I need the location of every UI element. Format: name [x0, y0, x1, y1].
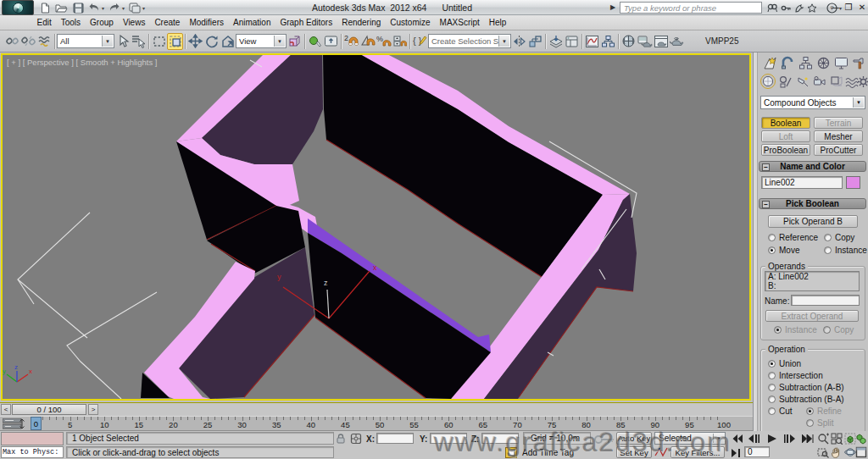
- menu-maxscript[interactable]: MAXScript: [435, 18, 484, 27]
- mirror-icon[interactable]: [511, 33, 527, 50]
- object-color-swatch[interactable]: [846, 176, 860, 189]
- radio-copy[interactable]: Copy: [824, 233, 854, 242]
- select-object-icon[interactable]: [114, 33, 131, 50]
- object-name-field[interactable]: Line002: [761, 176, 843, 189]
- menu-views[interactable]: Views: [118, 18, 150, 27]
- use-pivot-point-center-icon[interactable]: [287, 33, 303, 50]
- unlink-selection-icon[interactable]: [20, 33, 36, 50]
- application-menu-button[interactable]: [2, 0, 34, 15]
- radio-subtraction-ba[interactable]: Subtraction (B-A): [768, 395, 844, 404]
- category-dropdown[interactable]: Compound Objects▼: [760, 96, 865, 109]
- current-frame-marker[interactable]: 0: [31, 417, 42, 430]
- reference-coordinate-system-dropdown[interactable]: View▼: [236, 34, 287, 48]
- radio-refine[interactable]: Refine: [806, 406, 842, 416]
- selection-filter-dropdown[interactable]: All▼: [57, 34, 114, 48]
- dropdown-arrow-icon[interactable]: ▼: [853, 97, 864, 108]
- edit-named-selection-sets-icon[interactable]: { }: [412, 33, 428, 50]
- category-helpers[interactable]: [828, 74, 844, 90]
- dropdown-arrow-icon[interactable]: ▼: [102, 36, 113, 47]
- select-by-name-icon[interactable]: [131, 33, 147, 50]
- select-and-move-icon[interactable]: [187, 33, 203, 50]
- selection-lock-icon[interactable]: [336, 434, 346, 445]
- redo-icon[interactable]: ▾: [108, 3, 125, 13]
- radio-instance[interactable]: Instance: [824, 246, 867, 255]
- schematic-view-icon[interactable]: [600, 33, 616, 50]
- perspective-viewport[interactable]: x y z x y z [ + ] [ Perspective ] [ Smoo…: [1, 53, 751, 401]
- undo-dropdown-icon[interactable]: ▾: [102, 5, 104, 11]
- viewport-label[interactable]: [ + ] [ Perspective ] [ Smooth + Highlig…: [7, 58, 157, 67]
- radio-cut[interactable]: Cut: [768, 406, 793, 416]
- select-and-link-icon[interactable]: [4, 33, 20, 50]
- bind-to-space-warp-icon[interactable]: [36, 33, 53, 50]
- align-icon[interactable]: [527, 33, 543, 50]
- radio-reference[interactable]: Reference: [768, 233, 818, 242]
- menu-rendering[interactable]: Rendering: [337, 18, 386, 27]
- menu-create[interactable]: Create: [150, 18, 185, 27]
- menu-graph-editors[interactable]: Graph Editors: [275, 18, 337, 27]
- render-production-icon[interactable]: [669, 33, 685, 50]
- button-proboolean[interactable]: ProBoolean: [761, 144, 810, 156]
- macro-recorder-field[interactable]: [1, 432, 64, 445]
- previous-frame-arrow[interactable]: <: [1, 404, 11, 415]
- select-and-rotate-icon[interactable]: [203, 33, 220, 50]
- rollout-name-and-color[interactable]: −Name and Color: [759, 161, 866, 172]
- rollout-collapse-icon[interactable]: −: [762, 163, 770, 171]
- tab-utilities[interactable]: [851, 55, 867, 71]
- save-file-icon[interactable]: [73, 3, 84, 13]
- favorites-star-icon[interactable]: [806, 3, 817, 13]
- radio-intersection[interactable]: Intersection: [768, 371, 823, 380]
- maxscript-listener-field[interactable]: Max to Physc:: [1, 446, 64, 458]
- material-editor-icon[interactable]: [620, 33, 637, 50]
- next-frame-arrow[interactable]: >: [88, 404, 98, 415]
- menu-edit[interactable]: Edit: [32, 18, 56, 27]
- tab-create[interactable]: [762, 55, 778, 71]
- curve-editor-icon[interactable]: [584, 33, 600, 50]
- operands-list[interactable]: A: Line002 B:: [765, 271, 860, 291]
- window-crossing-toggle-icon[interactable]: [167, 33, 183, 50]
- infocenter-arrow-icon[interactable]: ▶: [610, 3, 615, 11]
- keyboard-shortcut-override-icon[interactable]: [323, 33, 339, 50]
- category-lights[interactable]: [794, 74, 810, 90]
- subscription-key-icon[interactable]: [780, 3, 791, 13]
- tab-modify[interactable]: [780, 55, 796, 71]
- close-button[interactable]: ✕: [858, 3, 866, 12]
- operand-name-field[interactable]: [791, 295, 860, 306]
- rollout-pick-boolean[interactable]: −Pick Boolean: [759, 198, 866, 209]
- radio-union[interactable]: Union: [768, 359, 801, 368]
- radio-extract-instance[interactable]: Instance: [774, 325, 817, 335]
- extract-operand-button[interactable]: Extract Operand: [765, 310, 859, 322]
- button-loft[interactable]: Loft: [761, 130, 810, 142]
- pick-operand-b-button[interactable]: Pick Operand B: [768, 215, 858, 228]
- spinner-snap-toggle-icon[interactable]: [392, 33, 408, 50]
- category-cameras[interactable]: [811, 74, 827, 90]
- rollout-collapse-icon[interactable]: −: [762, 201, 770, 208]
- category-geometry[interactable]: [760, 74, 776, 89]
- menu-customize[interactable]: Customize: [386, 18, 435, 27]
- dropdown-arrow-icon[interactable]: ▼: [498, 36, 509, 47]
- operand-a[interactable]: A: Line002: [768, 272, 809, 281]
- mini-curve-editor-icon[interactable]: [3, 418, 25, 429]
- tab-motion[interactable]: [815, 55, 832, 71]
- search-input[interactable]: Type a keyword or phrase: [620, 2, 762, 14]
- button-boolean[interactable]: Boolean: [761, 117, 810, 129]
- undo-icon[interactable]: ▾: [88, 3, 104, 13]
- button-terrain[interactable]: Terrain: [814, 117, 863, 129]
- menu-help[interactable]: Help: [484, 18, 511, 27]
- redo-dropdown-icon[interactable]: ▾: [122, 5, 125, 11]
- new-scene-icon[interactable]: [40, 3, 51, 13]
- absolute-mode-icon[interactable]: [350, 433, 362, 446]
- graphite-modeling-tools-icon[interactable]: [564, 33, 580, 50]
- menu-animation[interactable]: Animation: [228, 18, 275, 27]
- viewport-area[interactable]: x y z x y z [ + ] [ Perspective ] [ Smoo…: [0, 53, 753, 402]
- named-selection-sets-dropdown[interactable]: Create Selection Se▼: [428, 34, 511, 48]
- restore-button[interactable]: ❐: [844, 3, 853, 12]
- select-and-scale-icon[interactable]: [220, 33, 236, 50]
- project-folder-icon[interactable]: ▾: [129, 3, 145, 13]
- snaps-toggle-icon[interactable]: 2: [343, 33, 359, 50]
- category-shapes[interactable]: [777, 74, 793, 90]
- panel-scrollbar[interactable]: [754, 53, 758, 432]
- dropdown-arrow-icon[interactable]: ▼: [274, 36, 285, 47]
- time-slider-thumb[interactable]: 0 / 100: [12, 404, 86, 415]
- radio-subtraction-ab[interactable]: Subtraction (A-B): [768, 383, 844, 392]
- button-procutter[interactable]: ProCutter: [814, 144, 863, 156]
